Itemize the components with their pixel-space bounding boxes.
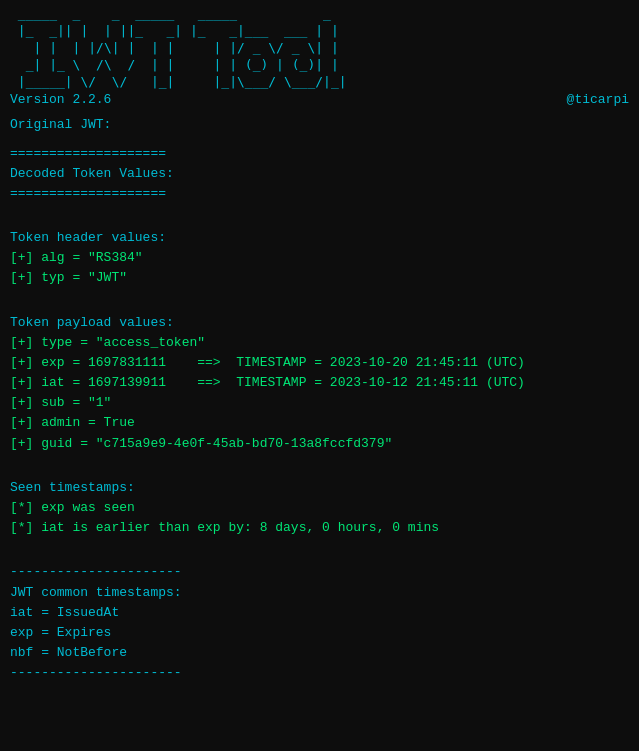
sep-bottom: ==================== [10,184,629,204]
alg-line: [+] alg = "RS384" [10,248,629,268]
original-jwt-text: Original JWT: [10,117,111,132]
blank1 [10,208,629,228]
jwt-common-section: ---------------------- JWT common timest… [10,562,629,683]
token-header-section: Token header values: [+] alg = "RS384" [… [10,228,629,288]
main-container: _____ _ _ _____ _____ _ |_ _|| | | ||_ _… [0,0,639,751]
iat-exp-line: [*] iat is earlier than exp by: 8 days, … [10,518,629,538]
token-payload-section: Token payload values: [+] type = "access… [10,313,629,454]
jwt-sep2: ---------------------- [10,663,629,683]
blank2 [10,293,629,313]
iat-label: iat = IssuedAt [10,603,629,623]
nbf-label: nbf = NotBefore [10,643,629,663]
exp-line: [+] exp = 1697831111 ==> TIMESTAMP = 202… [10,353,629,373]
handle-text: @ticarpi [567,92,629,107]
type-line: [+] type = "access_token" [10,333,629,353]
blank3 [10,458,629,478]
sep-top: ==================== [10,144,629,164]
admin-line: [+] admin = True [10,413,629,433]
sub-line: [+] sub = "1" [10,393,629,413]
blank4 [10,542,629,562]
seen-timestamps-section: Seen timestamps: [*] exp was seen [*] ia… [10,478,629,538]
original-jwt-label: Original JWT: [10,115,629,135]
version-text: Version 2.2.6 [10,92,111,107]
exp-label: exp = Expires [10,623,629,643]
jwt-sep1: ---------------------- [10,562,629,582]
typ-line: [+] typ = "JWT" [10,268,629,288]
guid-line: [+] guid = "c715a9e9-4e0f-45ab-bd70-13a8… [10,434,629,454]
seen-ts-title: Seen timestamps: [10,478,629,498]
token-payload-title: Token payload values: [10,313,629,333]
ascii-logo-full: _____ _ _ _____ _____ _ |_ _|| | | ||_ _… [10,6,629,90]
decoded-section: ==================== Decoded Token Value… [10,144,629,204]
exp-seen-line: [*] exp was seen [10,498,629,518]
jwt-common-title: JWT common timestamps: [10,583,629,603]
decoded-title: Decoded Token Values: [10,164,629,184]
version-line: Version 2.2.6 @ticarpi [10,92,629,107]
iat-line: [+] iat = 1697139911 ==> TIMESTAMP = 202… [10,373,629,393]
token-header-title: Token header values: [10,228,629,248]
